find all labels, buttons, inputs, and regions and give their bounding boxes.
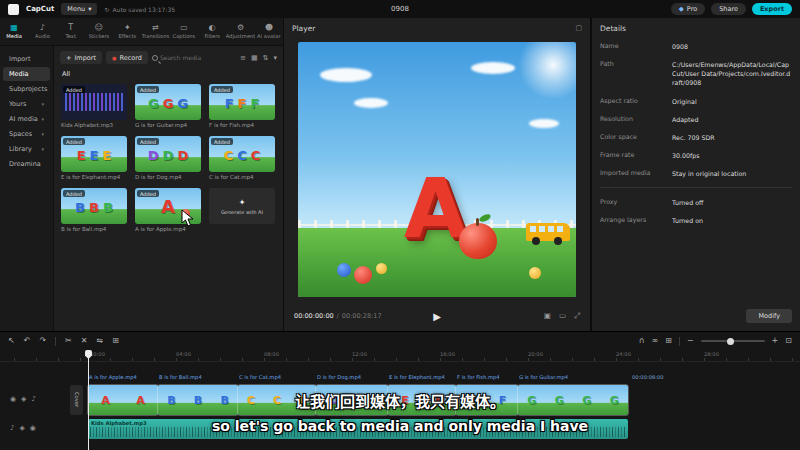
zoom-slider-knob[interactable] — [727, 338, 734, 345]
media-item-d-dog[interactable]: Added DDD D is for Dog.mp4 — [135, 136, 203, 180]
timeline-clip-d[interactable]: DD — [316, 385, 388, 415]
tab-ai-avatar[interactable]: ☻ AI avatar — [255, 18, 283, 45]
detail-value[interactable]: Adapted — [672, 115, 792, 124]
video-track-header: ◉ ◈ ♪ — [10, 395, 36, 403]
timeline-clip-c[interactable]: CCC — [238, 385, 316, 415]
sidebar-item-media[interactable]: Media — [3, 67, 50, 81]
stickers-icon: ☺ — [95, 24, 103, 32]
current-time: 00:00:00:00 — [294, 312, 334, 320]
record-button[interactable]: ● Record — [106, 51, 148, 64]
media-item-b-ball[interactable]: Added BBB B is for Ball.mp4 — [61, 188, 129, 232]
tab-captions[interactable]: ▭ Captions — [170, 18, 198, 45]
fullscreen-icon[interactable]: ⤢ — [574, 311, 580, 321]
track-mute-icon[interactable]: ♪ — [32, 395, 36, 403]
export-button[interactable]: Export — [752, 3, 792, 15]
share-label: Share — [719, 5, 738, 13]
timeline-ruler[interactable]: 00:00 04:00 08:00 12:00 16:00 20:00 24:0… — [0, 350, 800, 362]
sort-icon[interactable]: ⇅ — [263, 54, 269, 62]
detail-value[interactable]: Original — [672, 97, 792, 106]
ruler-label: 00:00 — [90, 351, 105, 357]
tab-filters[interactable]: ◐ Filters — [198, 18, 226, 45]
media-item-g-guitar[interactable]: Added GGG G is for Guitar.mp4 — [135, 84, 203, 128]
share-button[interactable]: Share — [711, 3, 746, 15]
title-bar: CapCut Menu ▾ ↻ Auto saved 13:17:35 0908… — [0, 0, 800, 18]
timeline-clip-b[interactable]: BBB — [158, 385, 238, 415]
media-item-f-fish[interactable]: Added FFF F is for Fish.mp4 — [209, 84, 277, 128]
sidebar-item-dreamina[interactable]: Dreamina — [3, 157, 50, 171]
added-badge: Added — [211, 138, 233, 145]
pro-button[interactable]: ◆ Pro — [671, 3, 705, 15]
sidebar-item-import[interactable]: Import — [3, 52, 50, 66]
timeline-audio-clip[interactable]: Kids Alphabet.mp3 — [88, 419, 628, 439]
tab-text[interactable]: T Text — [57, 18, 85, 45]
tab-media[interactable]: ▦ Media — [0, 18, 28, 45]
sidebar-item-ai-media[interactable]: AI media ▾ — [3, 112, 50, 126]
sidebar-item-label: AI media — [9, 115, 38, 123]
filter-icon[interactable]: ▾ — [273, 54, 277, 62]
sidebar-item-spaces[interactable]: Spaces ▾ — [3, 127, 50, 141]
zoom-in-icon[interactable]: + — [772, 337, 779, 345]
media-item-c-cat[interactable]: Added CCC C is for Cat.mp4 — [209, 136, 277, 180]
undo-icon[interactable]: ↶ — [24, 337, 31, 345]
divider — [55, 337, 56, 346]
magnet-icon[interactable]: ∩ — [639, 337, 645, 345]
list-view-icon[interactable]: ≡ — [240, 54, 246, 62]
tab-audio[interactable]: ♪ Audio — [28, 18, 56, 45]
sidebar-item-subprojects[interactable]: Subprojects — [3, 82, 50, 96]
auto-link-icon[interactable]: ∞ — [652, 337, 659, 345]
ratio-icon[interactable]: ▭ — [559, 311, 566, 321]
fit-timeline-icon[interactable]: ⊡ — [785, 337, 792, 345]
filter-all-label[interactable]: All — [54, 67, 283, 79]
detach-player-icon[interactable]: ▢ — [575, 24, 582, 32]
media-library-panel: ▦ Media ♪ Audio T Text ☺ Stickers ✦ Effe… — [0, 18, 283, 331]
track-hide-icon[interactable]: ◉ — [30, 424, 36, 432]
search-input[interactable] — [160, 54, 212, 61]
snap-icon[interactable]: ⊞ — [665, 337, 672, 345]
split-icon[interactable]: ✂ — [65, 337, 72, 345]
tab-stickers[interactable]: ☺ Stickers — [85, 18, 113, 45]
tab-adjustment[interactable]: ⚙ Adjustment — [226, 18, 254, 45]
timeline-clip-e[interactable]: EE — [388, 385, 456, 415]
detail-value[interactable]: Turned off — [672, 198, 792, 207]
tab-transitions[interactable]: ⇄ Transitions — [141, 18, 169, 45]
mirror-icon[interactable]: ⇋ — [97, 337, 104, 345]
sidebar-item-yours[interactable]: Yours ▾ — [3, 97, 50, 111]
snapshot-icon[interactable]: ▣ — [544, 311, 551, 321]
timeline-clip-a[interactable]: AA — [88, 385, 158, 415]
ruler-label: 16:00 — [440, 351, 455, 357]
track-lock-icon[interactable]: ◈ — [21, 395, 26, 403]
menu-button[interactable]: Menu ▾ — [61, 3, 97, 15]
detail-value[interactable]: Rec. 709 SDR — [672, 133, 792, 142]
detail-value[interactable]: Stay in original location — [672, 169, 792, 178]
detail-value: C:/Users/Emenws/AppData/Local/CapCut/Use… — [672, 60, 792, 87]
modify-button[interactable]: Modify — [746, 309, 792, 323]
import-button[interactable]: + Import — [60, 51, 102, 64]
search-box[interactable] — [152, 54, 236, 61]
timeline-zoom-slider[interactable] — [701, 340, 765, 342]
video-preview[interactable]: A — [298, 42, 576, 297]
redo-icon[interactable]: ↷ — [39, 337, 46, 345]
player-title: Player — [292, 24, 315, 33]
grid-view-icon[interactable]: ▦ — [251, 54, 258, 62]
crop-icon[interactable]: ⊞ — [112, 337, 119, 345]
delete-icon[interactable]: ✕ — [81, 337, 88, 345]
zoom-out-icon[interactable]: − — [687, 337, 694, 345]
filters-icon: ◐ — [209, 24, 216, 32]
timeline-clip-g[interactable]: GGGG — [518, 385, 628, 415]
detail-value[interactable]: 30.00fps — [672, 151, 792, 160]
tab-effects[interactable]: ✦ Effects — [113, 18, 141, 45]
track-mute-icon[interactable]: ♪ — [10, 424, 14, 432]
cover-button[interactable]: Cover — [70, 385, 83, 415]
select-tool-icon[interactable]: ↖ — [8, 337, 15, 345]
track-hide-icon[interactable]: ◉ — [10, 395, 16, 403]
generate-with-ai-tile[interactable]: ✦ Generate with AI — [209, 188, 277, 232]
media-item-e-elephant[interactable]: Added EEE E is for Elephant.mp4 — [61, 136, 129, 180]
detail-value[interactable]: Turned on — [672, 216, 792, 225]
playhead[interactable] — [88, 350, 89, 450]
text-icon: T — [68, 24, 73, 32]
timeline-clip-f[interactable]: FF — [456, 385, 518, 415]
media-item-kids-alphabet[interactable]: Added Kids Alphabet.mp3 — [61, 84, 129, 128]
sidebar-item-library[interactable]: Library ▾ — [3, 142, 50, 156]
track-lock-icon[interactable]: ◈ — [19, 424, 24, 432]
detail-label: Arrange layers — [600, 216, 672, 225]
